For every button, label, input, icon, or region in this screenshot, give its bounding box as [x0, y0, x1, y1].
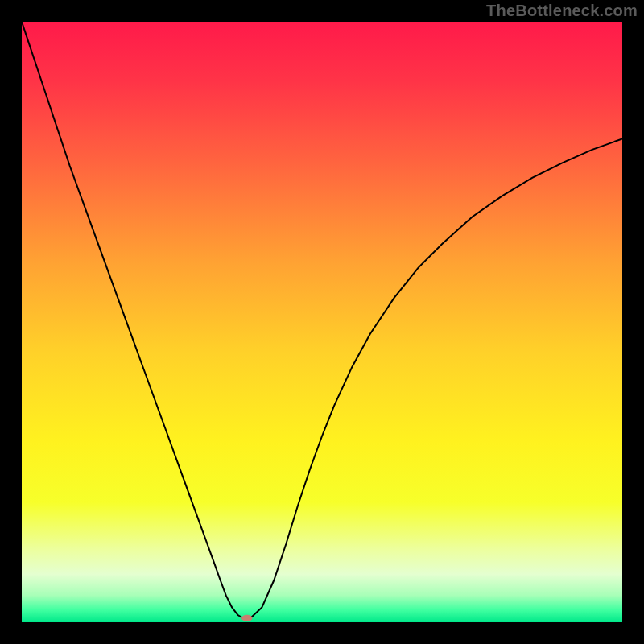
- chart-svg: [22, 22, 622, 622]
- plot-area: [22, 22, 622, 622]
- gradient-background: [22, 22, 622, 622]
- watermark-text: TheBottleneck.com: [486, 2, 638, 20]
- minimum-marker: [242, 615, 252, 621]
- chart-frame: TheBottleneck.com: [0, 0, 644, 644]
